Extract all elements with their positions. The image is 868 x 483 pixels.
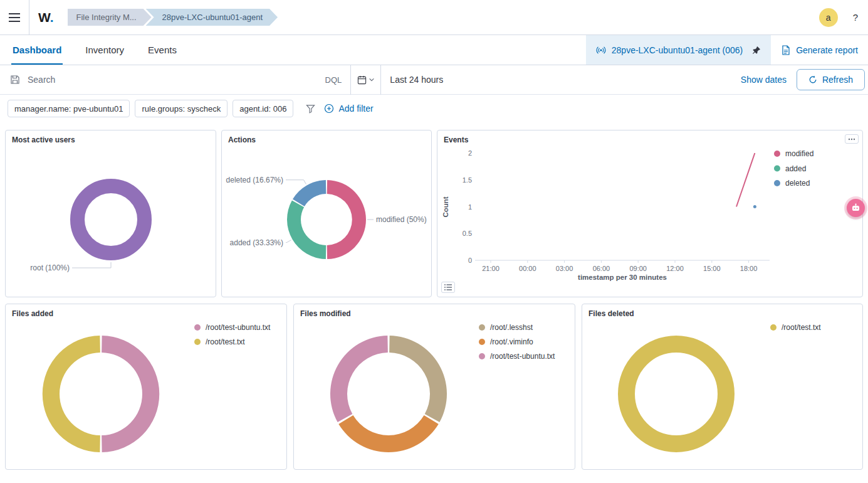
show-dates-link[interactable]: Show dates <box>741 75 787 85</box>
legend-swatch[interactable] <box>774 180 780 186</box>
legend-swatch[interactable] <box>770 324 776 331</box>
breadcrumb-agent[interactable]: 28pve-LXC-ubuntu01-agent <box>146 9 278 26</box>
legend-swatch[interactable] <box>479 339 485 345</box>
time-range-label[interactable]: Last 24 hours <box>381 75 452 85</box>
legend-item-label[interactable]: added <box>785 164 806 173</box>
x-tick-label: 03:00 <box>556 265 573 272</box>
tab-dashboard[interactable]: Dashboard <box>11 35 63 65</box>
filter-pill-rule-groups[interactable]: rule.groups: syscheck <box>135 100 227 117</box>
legend-item-label[interactable]: deleted <box>785 179 810 188</box>
legend-item-label[interactable]: /root/test.txt <box>782 323 821 332</box>
hamburger-icon <box>8 13 21 23</box>
y-tick-label: 1 <box>468 203 472 211</box>
funnel-icon <box>306 104 315 114</box>
donut-slice[interactable] <box>627 344 726 444</box>
date-picker-button[interactable] <box>350 65 381 95</box>
dashboard: Most active users root (100%) Actions mo… <box>0 122 868 470</box>
wazuh-logo[interactable]: W. <box>29 10 61 25</box>
slice-label: deleted (16.67%) <box>226 176 283 184</box>
agent-selector-label: 28pve-LXC-ubuntu01-agent (006) <box>612 45 743 55</box>
filter-options-button[interactable] <box>306 104 315 114</box>
panel-title: Events <box>437 130 862 144</box>
search-input[interactable] <box>28 75 316 85</box>
assistant-button[interactable] <box>847 199 865 217</box>
panel-title: Files deleted <box>582 304 862 318</box>
donut-slice[interactable] <box>78 186 145 253</box>
callout-line <box>286 240 291 243</box>
legend-item-label[interactable]: /root/test-ubuntu.txt <box>490 352 555 361</box>
panel-actions: Actions modified (50%)added (33.33%)dele… <box>221 130 432 297</box>
panel-title: Files modified <box>294 304 575 318</box>
pin-icon[interactable] <box>752 46 761 55</box>
panel-title: Actions <box>222 130 431 144</box>
series-line[interactable] <box>736 153 755 207</box>
breadcrumb-module[interactable]: File Integrity M... <box>68 9 152 26</box>
callout-line <box>286 180 306 184</box>
module-tab-bar: Dashboard Inventory Events 28pve-LXC-ubu… <box>0 35 868 65</box>
panel-events: Events Count00.511.5221:0000:0003:0006:0… <box>437 130 863 297</box>
antenna-icon <box>596 45 606 55</box>
donut-slice[interactable] <box>293 180 326 206</box>
legend-toggle-icon[interactable] <box>441 282 455 293</box>
x-tick-label: 18:00 <box>740 265 758 272</box>
x-tick-label: 06:00 <box>593 265 610 272</box>
tab-inventory[interactable]: Inventory <box>84 35 125 65</box>
panel-files-added: Files added /root/test-ubuntu.txt/root/t… <box>5 304 287 470</box>
donut-slice[interactable] <box>287 200 326 259</box>
slice-label: root (100%) <box>30 263 70 272</box>
series-point[interactable] <box>753 205 756 208</box>
x-tick-label: 15:00 <box>703 265 721 272</box>
dashboard-row-bottom: Files added /root/test-ubuntu.txt/root/t… <box>5 304 863 470</box>
donut-slice[interactable] <box>102 336 159 452</box>
dashboard-row-top: Most active users root (100%) Actions mo… <box>5 130 863 297</box>
events-line-chart[interactable]: Count00.511.5221:0000:0003:0006:0009:001… <box>437 144 863 294</box>
filter-pill-agent-id[interactable]: agent.id: 006 <box>233 100 293 117</box>
logo-dot: . <box>50 10 54 24</box>
panel-title: Most active users <box>6 130 216 144</box>
donut-slice[interactable] <box>330 336 388 422</box>
hamburger-menu-button[interactable] <box>0 0 29 34</box>
user-avatar[interactable]: a <box>819 8 838 27</box>
legend-item-label[interactable]: /root/.lesshst <box>490 323 533 332</box>
top-header: W. File Integrity M... 28pve-LXC-ubuntu0… <box>0 0 868 35</box>
files-added-donut-chart[interactable]: /root/test-ubuntu.txt/root/test.txt <box>6 318 286 464</box>
legend-swatch[interactable] <box>479 353 485 359</box>
legend-item-label[interactable]: modified <box>785 149 813 158</box>
save-icon <box>10 75 20 85</box>
legend-item-label[interactable]: /root/.viminfo <box>490 337 533 346</box>
actions-donut-chart[interactable]: modified (50%)added (33.33%)deleted (16.… <box>222 144 431 294</box>
legend-swatch[interactable] <box>774 166 780 172</box>
query-bar: DQL Last 24 hours Show dates Refresh <box>0 65 868 95</box>
legend-swatch[interactable] <box>479 324 485 331</box>
panel-options-icon[interactable] <box>845 134 859 144</box>
legend-swatch[interactable] <box>194 324 201 331</box>
help-icon[interactable]: ? <box>853 12 858 23</box>
query-language-button[interactable]: DQL <box>316 75 351 85</box>
tab-events[interactable]: Events <box>147 35 178 65</box>
legend-item-label[interactable]: /root/test.txt <box>206 337 245 346</box>
legend-item-label[interactable]: /root/test-ubuntu.txt <box>206 323 271 332</box>
breadcrumb: File Integrity M... 28pve-LXC-ubuntu01-a… <box>68 9 278 26</box>
add-filter-label: Add filter <box>338 104 373 114</box>
legend-swatch[interactable] <box>194 339 201 345</box>
donut-slice[interactable] <box>338 415 438 452</box>
donut-slice[interactable] <box>327 180 366 259</box>
filter-pill-manager-name[interactable]: manager.name: pve-ubuntu01 <box>8 100 130 117</box>
most-active-users-donut-chart[interactable]: root (100%) <box>6 144 216 294</box>
files-modified-donut-chart[interactable]: /root/.lesshst/root/.viminfo/root/test-u… <box>294 318 575 464</box>
donut-slice[interactable] <box>389 336 447 422</box>
x-tick-label: 00:00 <box>519 265 536 272</box>
generate-report-button[interactable]: Generate report <box>771 35 868 65</box>
plus-circle-icon <box>324 104 334 114</box>
agent-selector-button[interactable]: 28pve-LXC-ubuntu01-agent (006) <box>586 35 771 65</box>
y-axis-title: Count <box>442 196 449 217</box>
files-deleted-donut-chart[interactable]: /root/test.txt <box>582 318 862 464</box>
legend-swatch[interactable] <box>774 151 780 157</box>
add-filter-button[interactable]: Add filter <box>324 104 373 114</box>
refresh-button[interactable]: Refresh <box>797 69 865 90</box>
slice-label: modified (50%) <box>376 215 427 224</box>
saved-query-button[interactable] <box>10 75 20 85</box>
header-actions: a ? <box>819 8 868 27</box>
assistant-robot-icon <box>850 203 861 213</box>
donut-slice[interactable] <box>43 336 100 452</box>
